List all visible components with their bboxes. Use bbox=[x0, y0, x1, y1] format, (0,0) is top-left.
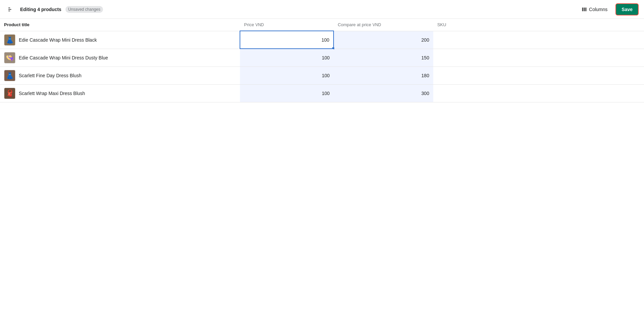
svg-rect-2 bbox=[8, 10, 10, 11]
back-button[interactable] bbox=[5, 4, 16, 15]
product-name: Scarlett Wrap Maxi Dress Blush bbox=[19, 91, 85, 96]
compare-price-cell-1: 200 bbox=[334, 31, 433, 49]
toolbar-title: Editing 4 products bbox=[20, 7, 61, 12]
sku-cell-3[interactable] bbox=[433, 66, 644, 84]
product-cell-1: 👗 Edie Cascade Wrap Mini Dress Black bbox=[0, 31, 240, 49]
sku-cell-4[interactable] bbox=[433, 84, 644, 102]
compare-price-cell-3: 180 bbox=[334, 66, 433, 84]
price-cell-1[interactable] bbox=[240, 31, 334, 49]
product-cell-3: 👗 Scarlett Fine Day Dress Blush bbox=[0, 66, 240, 84]
product-thumb: 👗 bbox=[4, 34, 15, 46]
price-input-1[interactable] bbox=[240, 31, 333, 48]
price-cell-3[interactable] bbox=[240, 66, 334, 84]
product-thumb: 🧣 bbox=[4, 88, 15, 99]
sku-cell-1[interactable] bbox=[433, 31, 644, 49]
svg-rect-5 bbox=[585, 7, 586, 11]
product-name: Edie Cascade Wrap Mini Dress Black bbox=[19, 37, 97, 43]
product-cell-2: 👒 Edie Cascade Wrap Mini Dress Dusty Blu… bbox=[0, 49, 240, 66]
price-input-2[interactable] bbox=[240, 49, 334, 66]
col-header-compare-at-price: Compare at price VND bbox=[334, 19, 433, 31]
col-header-product-title: Product title bbox=[0, 19, 240, 31]
back-icon bbox=[8, 6, 14, 12]
table-row: 🧣 Scarlett Wrap Maxi Dress Blush 300 bbox=[0, 84, 644, 102]
columns-button[interactable]: Columns bbox=[578, 5, 611, 14]
toolbar: Editing 4 products Unsaved changes Colum… bbox=[0, 0, 644, 19]
compare-price-cell-4: 300 bbox=[334, 84, 433, 102]
price-input-3[interactable] bbox=[240, 67, 334, 84]
price-cell-4[interactable] bbox=[240, 84, 334, 102]
columns-icon bbox=[582, 7, 587, 12]
price-input-4[interactable] bbox=[240, 85, 334, 102]
product-name: Scarlett Fine Day Dress Blush bbox=[19, 73, 82, 78]
svg-rect-1 bbox=[8, 9, 11, 10]
svg-rect-0 bbox=[8, 7, 10, 8]
table-header: Product title Price VND Compare at price… bbox=[0, 19, 644, 31]
product-thumb: 👗 bbox=[4, 70, 15, 81]
svg-rect-3 bbox=[582, 7, 583, 11]
columns-label: Columns bbox=[589, 7, 607, 12]
compare-price-cell-2: 150 bbox=[334, 49, 433, 66]
products-tbody: 👗 Edie Cascade Wrap Mini Dress Black 200… bbox=[0, 31, 644, 102]
svg-rect-4 bbox=[584, 7, 585, 11]
table-container: Product title Price VND Compare at price… bbox=[0, 19, 644, 318]
table-row: 👗 Edie Cascade Wrap Mini Dress Black 200 bbox=[0, 31, 644, 49]
app-container: Editing 4 products Unsaved changes Colum… bbox=[0, 0, 644, 318]
product-thumb: 👒 bbox=[4, 52, 15, 63]
products-table: Product title Price VND Compare at price… bbox=[0, 19, 644, 102]
table-row: 👗 Scarlett Fine Day Dress Blush 180 bbox=[0, 66, 644, 84]
unsaved-badge: Unsaved changes bbox=[65, 6, 103, 13]
product-name: Edie Cascade Wrap Mini Dress Dusty Blue bbox=[19, 55, 108, 60]
save-button[interactable]: Save bbox=[615, 3, 639, 15]
col-header-price: Price VND bbox=[240, 19, 334, 31]
col-header-sku: SKU bbox=[433, 19, 644, 31]
price-cell-2[interactable] bbox=[240, 49, 334, 66]
product-cell-4: 🧣 Scarlett Wrap Maxi Dress Blush bbox=[0, 84, 240, 102]
sku-cell-2[interactable] bbox=[433, 49, 644, 66]
table-row: 👒 Edie Cascade Wrap Mini Dress Dusty Blu… bbox=[0, 49, 644, 66]
